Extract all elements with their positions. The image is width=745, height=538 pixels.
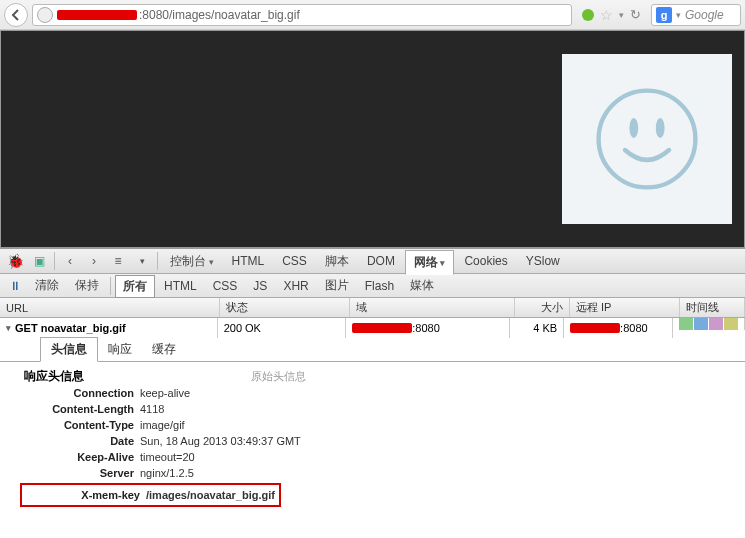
header-row: Content-Length4118 <box>20 401 725 417</box>
dropdown-icon[interactable]: ▾ <box>131 251 153 271</box>
tab-dom[interactable]: DOM <box>359 251 403 271</box>
request-method: GET <box>15 322 38 334</box>
nav-fwd-button[interactable]: › <box>83 251 105 271</box>
request-domain: :8080 <box>346 318 509 338</box>
net-sub-toolbar: ⏸ 清除 保持 所有 HTML CSS JS XHR 图片 Flash 媒体 <box>0 274 745 298</box>
google-icon: g <box>656 7 672 23</box>
request-file: noavatar_big.gif <box>41 322 126 334</box>
headers-panel: 响应头信息 原始头信息 Connectionkeep-alive Content… <box>0 362 745 532</box>
redacted-ip <box>570 323 620 333</box>
browser-toolbar: :8080/images/noavatar_big.gif ☆ ▾ ↻ g ▾ … <box>0 0 745 30</box>
col-remote-ip[interactable]: 远程 IP <box>570 298 680 317</box>
dropdown-icon[interactable]: ▾ <box>676 10 681 20</box>
break-icon[interactable]: ⏸ <box>4 276 26 296</box>
nav-back-button[interactable]: ‹ <box>59 251 81 271</box>
image-preview <box>562 54 732 224</box>
header-row: DateSun, 18 Aug 2013 03:49:37 GMT <box>20 433 725 449</box>
col-domain[interactable]: 域 <box>350 298 515 317</box>
reload-icon[interactable]: ↻ <box>630 7 641 22</box>
request-status: 200 OK <box>218 318 347 338</box>
filter-xhr[interactable]: XHR <box>276 277 315 295</box>
request-size: 4 KB <box>510 318 565 338</box>
net-table-header: URL 状态 域 大小 远程 IP 时间线 <box>0 298 745 318</box>
back-button[interactable] <box>4 3 28 27</box>
tab-css[interactable]: CSS <box>274 251 315 271</box>
highlighted-header: X-mem-key/images/noavatar_big.gif <box>20 483 281 507</box>
request-timeline <box>673 318 745 330</box>
net-request-row[interactable]: ▾ GET noavatar_big.gif 200 OK :8080 4 KB… <box>0 318 745 338</box>
tab-cookies[interactable]: Cookies <box>456 251 515 271</box>
address-bar[interactable]: :8080/images/noavatar_big.gif <box>32 4 572 26</box>
raw-headers-link[interactable]: 原始头信息 <box>251 370 306 382</box>
svg-point-1 <box>629 118 638 138</box>
persist-button[interactable]: 保持 <box>68 275 106 296</box>
subtab-response[interactable]: 响应 <box>98 338 142 361</box>
request-remote-ip: :8080 <box>564 318 673 338</box>
separator <box>157 252 158 270</box>
redacted-domain <box>352 323 412 333</box>
clear-button[interactable]: 清除 <box>28 275 66 296</box>
col-status[interactable]: 状态 <box>220 298 350 317</box>
filter-all[interactable]: 所有 <box>115 275 155 298</box>
tab-html[interactable]: HTML <box>224 251 273 271</box>
page-content <box>0 30 745 248</box>
svg-point-0 <box>599 91 696 188</box>
filter-html[interactable]: HTML <box>157 277 204 295</box>
svg-point-2 <box>656 118 665 138</box>
toolbar-right: ☆ ▾ ↻ <box>576 7 647 23</box>
tab-script[interactable]: 脚本 <box>317 250 357 273</box>
filter-flash[interactable]: Flash <box>358 277 401 295</box>
arrow-left-icon <box>10 9 22 21</box>
col-url[interactable]: URL <box>0 298 220 317</box>
tab-net[interactable]: 网络 <box>405 250 455 275</box>
header-row: Connectionkeep-alive <box>20 385 725 401</box>
subtab-cache[interactable]: 缓存 <box>142 338 186 361</box>
subtab-headers[interactable]: 头信息 <box>40 337 98 362</box>
collapse-icon[interactable]: ▾ <box>6 323 11 333</box>
tab-console[interactable]: 控制台 <box>162 250 222 273</box>
smiley-face-icon <box>592 84 702 194</box>
filter-media[interactable]: 媒体 <box>403 275 441 296</box>
filter-js[interactable]: JS <box>246 277 274 295</box>
request-subtabs: 头信息 响应 缓存 <box>0 338 745 362</box>
bookmark-icon[interactable]: ☆ <box>600 7 613 23</box>
response-headers-title: 响应头信息 <box>24 369 84 383</box>
redacted-host <box>57 10 137 20</box>
globe-icon <box>37 7 53 23</box>
filter-css[interactable]: CSS <box>206 277 245 295</box>
separator <box>54 252 55 270</box>
tab-yslow[interactable]: YSlow <box>518 251 568 271</box>
url-path: :8080/images/noavatar_big.gif <box>139 8 300 22</box>
firebug-icon[interactable]: 🐞 <box>4 251 26 271</box>
lines-icon[interactable]: ≡ <box>107 251 129 271</box>
search-placeholder: Google <box>685 8 724 22</box>
inspector-icon[interactable]: ▣ <box>28 251 50 271</box>
header-row: Servernginx/1.2.5 <box>20 465 725 481</box>
separator <box>110 277 111 295</box>
header-row: Keep-Alivetimeout=20 <box>20 449 725 465</box>
dropdown-icon[interactable]: ▾ <box>619 10 624 20</box>
filter-images[interactable]: 图片 <box>318 275 356 296</box>
col-size[interactable]: 大小 <box>515 298 570 317</box>
search-engine-box[interactable]: g ▾ Google <box>651 4 741 26</box>
header-row: Content-Typeimage/gif <box>20 417 725 433</box>
status-dot-icon <box>582 9 594 21</box>
col-timeline[interactable]: 时间线 <box>680 298 745 317</box>
firebug-toolbar: 🐞 ▣ ‹ › ≡ ▾ 控制台 HTML CSS 脚本 DOM 网络 Cooki… <box>0 248 745 274</box>
